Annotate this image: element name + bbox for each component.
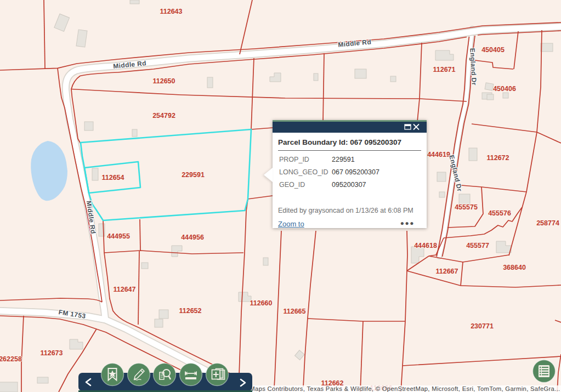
svg-text:254792: 254792 xyxy=(152,112,175,120)
svg-text:444619: 444619 xyxy=(427,151,450,158)
svg-text:444955: 444955 xyxy=(107,232,130,240)
svg-text:444956: 444956 xyxy=(181,234,204,241)
svg-text:229591: 229591 xyxy=(182,171,205,179)
svg-text:455576: 455576 xyxy=(488,209,511,217)
svg-text:230771: 230771 xyxy=(471,322,494,330)
svg-text:450406: 450406 xyxy=(493,85,516,93)
svg-text:262258: 262258 xyxy=(0,355,22,363)
svg-text:112665: 112665 xyxy=(283,308,305,315)
svg-text:112673: 112673 xyxy=(40,349,63,357)
svg-text:112654: 112654 xyxy=(101,174,124,181)
svg-text:450405: 450405 xyxy=(481,46,505,54)
svg-text:455575: 455575 xyxy=(455,203,478,211)
svg-text:112652: 112652 xyxy=(179,307,201,315)
svg-text:112671: 112671 xyxy=(433,66,455,73)
svg-text:112643: 112643 xyxy=(160,8,182,15)
svg-text:258774: 258774 xyxy=(536,219,559,227)
svg-text:112672: 112672 xyxy=(486,154,509,162)
svg-text:455577: 455577 xyxy=(466,242,489,249)
svg-text:112647: 112647 xyxy=(113,286,135,293)
svg-text:112667: 112667 xyxy=(435,268,458,275)
svg-text:368640: 368640 xyxy=(503,264,526,271)
svg-text:112650: 112650 xyxy=(152,77,175,85)
svg-text:112660: 112660 xyxy=(250,299,272,307)
svg-text:444618: 444618 xyxy=(414,242,437,249)
